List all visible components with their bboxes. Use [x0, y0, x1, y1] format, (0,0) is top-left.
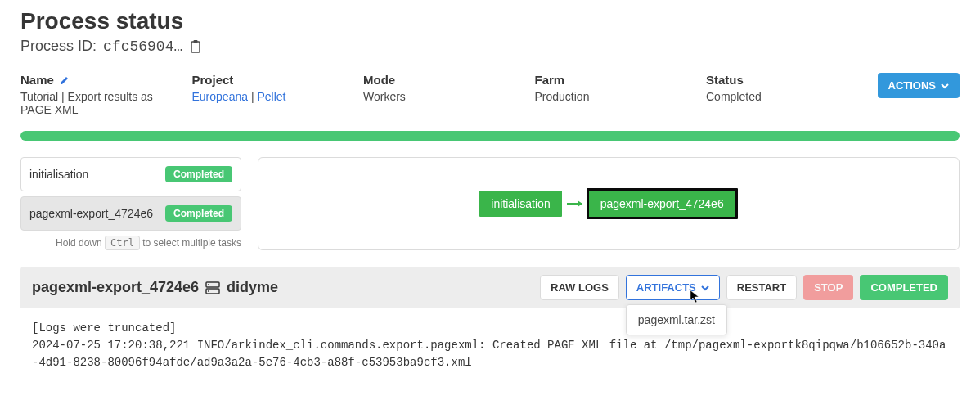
workflow-graph: initialisation pagexml-export_4724e6 [258, 157, 960, 250]
stop-button[interactable]: STOP [803, 275, 853, 300]
svg-point-5 [208, 290, 209, 292]
status-badge: Completed [165, 205, 232, 222]
project-link-1[interactable]: Europeana [192, 90, 249, 103]
mode-label: Mode [363, 73, 502, 87]
task-item-label: initialisation [29, 168, 88, 181]
pencil-icon[interactable] [59, 74, 70, 86]
task-item-label: pagexml-export_4724e6 [29, 207, 153, 220]
restart-button[interactable]: RESTART [726, 275, 797, 300]
raw-logs-button[interactable]: RAW LOGS [540, 275, 619, 300]
info-row: Name Tutorial | Export results as PAGE X… [20, 73, 960, 116]
chevron-down-icon [701, 285, 709, 291]
name-label: Name [20, 73, 160, 87]
task-detail-name: pagexml-export_4724e6 [32, 279, 199, 296]
svg-rect-0 [191, 42, 200, 52]
project-label: Project [192, 73, 331, 87]
task-detail-toolbar: pagexml-export_4724e6 didyme RAW LOGS AR… [20, 267, 960, 308]
status-badge: Completed [165, 166, 232, 182]
actions-button[interactable]: ACTIONS [878, 73, 960, 98]
clipboard-icon[interactable] [189, 39, 202, 54]
mode-value: Workers [363, 90, 502, 103]
graph-node-initialisation[interactable]: initialisation [479, 191, 561, 217]
svg-rect-1 [194, 40, 198, 43]
process-id-label: Process ID: [20, 38, 97, 55]
task-item-initialisation[interactable]: initialisation Completed [20, 157, 241, 191]
graph-node-pagexml[interactable]: pagexml-export_4724e6 [587, 188, 738, 219]
artifacts-button[interactable]: ARTIFACTS [626, 275, 720, 300]
farm-value: Production [535, 90, 674, 103]
server-icon [205, 281, 220, 294]
artifacts-dropdown: pagexml.tar.zst [626, 304, 727, 335]
progress-bar [20, 131, 960, 141]
svg-point-4 [208, 284, 209, 285]
task-item-pagexml[interactable]: pagexml-export_4724e6 Completed [20, 196, 241, 231]
process-id-row: Process ID: cfc56904… [20, 38, 960, 55]
page-title: Process status [20, 8, 960, 34]
name-value: Tutorial | Export results as PAGE XML [20, 90, 160, 116]
status-value: Completed [706, 90, 845, 103]
process-id-value: cfc56904… [103, 38, 182, 55]
project-link-2[interactable]: Pellet [257, 90, 285, 103]
ctrl-key: Ctrl [105, 236, 140, 250]
chevron-down-icon [941, 83, 949, 89]
graph-edge [567, 203, 582, 204]
status-label: Status [706, 73, 845, 87]
farm-label: Farm [535, 73, 674, 87]
log-output: [Logs were truncated] 2024-07-25 17:20:3… [20, 308, 960, 373]
artifact-item[interactable]: pagexml.tar.zst [638, 313, 715, 326]
task-detail-worker: didyme [227, 279, 278, 296]
completed-badge-button: COMPLETED [860, 275, 948, 300]
task-list: initialisation Completed pagexml-export_… [20, 157, 241, 250]
multi-select-hint: Hold down Ctrl to select multiple tasks [20, 236, 241, 250]
